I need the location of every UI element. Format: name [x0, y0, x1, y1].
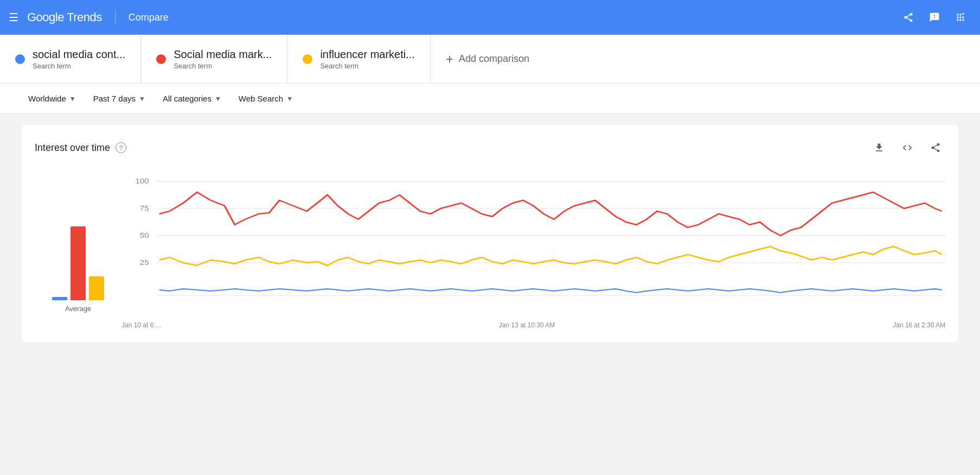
card-title-wrap: Interest over time ? [35, 142, 126, 154]
chart-area: Average 100 75 50 [35, 170, 945, 329]
help-icon[interactable]: ? [116, 142, 126, 153]
help-icon-label: ? [119, 144, 123, 152]
region-dropdown-arrow: ▼ [69, 95, 76, 103]
term3-text-wrap: influencer marketi... Search term [320, 48, 415, 70]
menu-icon[interactable]: ☰ [9, 11, 18, 24]
main-content: Interest over time ? [0, 114, 980, 353]
region-filter[interactable]: Worldwide ▼ [22, 90, 82, 107]
feedback-icon[interactable] [924, 7, 945, 28]
term2-dot [156, 54, 166, 64]
header-divider [115, 10, 116, 25]
type-dropdown-arrow: ▼ [286, 95, 293, 103]
x-label-2: Jan 13 at 10:30 AM [499, 321, 555, 329]
term2-name: Social media mark... [174, 48, 272, 61]
term1-type: Search term [33, 62, 125, 70]
average-bars [52, 192, 104, 300]
time-filter-label: Past 7 days [93, 94, 136, 103]
add-comparison-button[interactable]: + Add comparison [431, 35, 545, 83]
add-comparison-plus-icon: + [446, 52, 453, 67]
search-term-3[interactable]: influencer marketi... Search term [287, 35, 431, 83]
term1-dot [15, 54, 25, 64]
app-logo: Google Trends [27, 10, 102, 24]
svg-text:50: 50 [140, 232, 149, 239]
average-label: Average [65, 305, 91, 313]
category-dropdown-arrow: ▼ [215, 95, 221, 103]
term3-dot [303, 54, 312, 64]
term1-name: social media cont... [33, 48, 125, 61]
card-actions [869, 138, 945, 157]
chart-average-section: Average [35, 170, 121, 329]
svg-text:75: 75 [140, 205, 149, 212]
term3-name: influencer marketi... [320, 48, 415, 61]
line-chart-svg: 100 75 50 25 [121, 170, 945, 317]
type-filter-label: Web Search [239, 94, 283, 103]
type-filter[interactable]: Web Search ▼ [232, 90, 299, 107]
category-filter-label: All categories [163, 94, 212, 103]
avg-bar-blue [52, 297, 67, 300]
embed-button[interactable] [898, 138, 917, 157]
red-line [159, 192, 942, 236]
x-label-1: Jan 10 at 6:... [121, 321, 161, 329]
search-term-2[interactable]: Social media mark... Search term [141, 35, 287, 83]
time-dropdown-arrow: ▼ [139, 95, 145, 103]
time-filter[interactable]: Past 7 days ▼ [87, 90, 152, 107]
share-icon[interactable] [898, 7, 919, 28]
search-term-1[interactable]: social media cont... Search term [0, 35, 141, 83]
term3-type: Search term [320, 62, 415, 70]
interest-over-time-card: Interest over time ? [22, 125, 958, 342]
x-label-3: Jan 16 at 2:30 AM [893, 321, 945, 329]
avg-bar-yellow [89, 276, 104, 300]
x-axis-labels: Jan 10 at 6:... Jan 13 at 10:30 AM Jan 1… [121, 319, 945, 329]
card-title: Interest over time [35, 142, 110, 154]
filter-bar: Worldwide ▼ Past 7 days ▼ All categories… [0, 84, 980, 114]
term1-text-wrap: social media cont... Search term [33, 48, 125, 70]
search-terms-bar: social media cont... Search term Social … [0, 35, 980, 84]
header-actions [898, 7, 971, 28]
download-button[interactable] [869, 138, 889, 157]
avg-bar-red [71, 226, 86, 300]
term2-text-wrap: Social media mark... Search term [174, 48, 272, 70]
add-comparison-label: Add comparison [459, 53, 529, 65]
chart-svg-wrapper: 100 75 50 25 [121, 170, 945, 319]
region-filter-label: Worldwide [28, 94, 66, 103]
card-header: Interest over time ? [35, 138, 945, 157]
share-chart-button[interactable] [926, 138, 945, 157]
term2-type: Search term [174, 62, 272, 70]
apps-icon[interactable] [950, 7, 971, 28]
page-title: Compare [129, 12, 169, 23]
app-header: ☰ Google Trends Compare [0, 0, 980, 35]
category-filter[interactable]: All categories ▼ [156, 90, 228, 107]
blue-line [159, 289, 942, 293]
svg-text:25: 25 [140, 259, 149, 266]
svg-text:100: 100 [135, 178, 149, 185]
line-chart-section: 100 75 50 25 Jan 10 at 6:... Jan 1 [121, 170, 945, 329]
